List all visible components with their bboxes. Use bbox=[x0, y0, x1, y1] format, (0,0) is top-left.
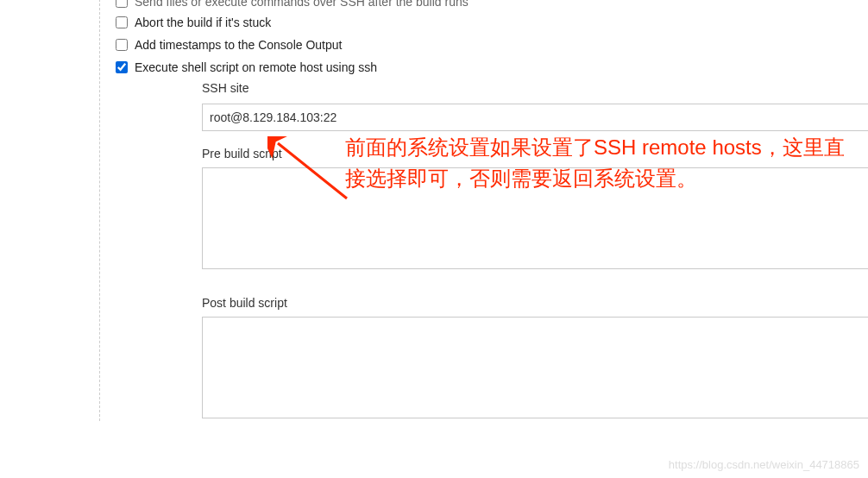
checkbox-label-execute-ssh: Execute shell script on remote host usin… bbox=[135, 60, 377, 74]
checkbox-label-add-timestamps: Add timestamps to the Console Output bbox=[135, 38, 342, 52]
checkbox-row-abort-stuck: Abort the build if it's stuck bbox=[202, 12, 868, 33]
checkbox-add-timestamps[interactable] bbox=[116, 39, 128, 51]
checkbox-label-send-files: Send files or execute commands over SSH … bbox=[135, 0, 469, 9]
checkbox-send-files[interactable] bbox=[116, 0, 128, 8]
pre-build-textarea[interactable] bbox=[202, 167, 868, 269]
ssh-site-select[interactable]: root@8.129.184.103:22 bbox=[202, 104, 868, 131]
pre-build-label: Pre build script bbox=[202, 147, 868, 160]
checkbox-execute-ssh[interactable] bbox=[116, 61, 128, 73]
checkbox-row-add-timestamps: Add timestamps to the Console Output bbox=[202, 35, 868, 55]
checkbox-label-abort-stuck: Abort the build if it's stuck bbox=[135, 16, 271, 29]
post-build-label: Post build script bbox=[202, 296, 868, 310]
post-build-textarea[interactable] bbox=[202, 317, 868, 418]
checkbox-row-send-files: Send files or execute commands over SSH … bbox=[202, 0, 868, 12]
checkbox-row-execute-ssh: Execute shell script on remote host usin… bbox=[202, 57, 868, 78]
ssh-site-label: SSH site bbox=[202, 81, 868, 95]
checkbox-abort-stuck[interactable] bbox=[116, 16, 128, 28]
watermark-text: https://blog.csdn.net/weixin_44718865 bbox=[669, 458, 859, 471]
